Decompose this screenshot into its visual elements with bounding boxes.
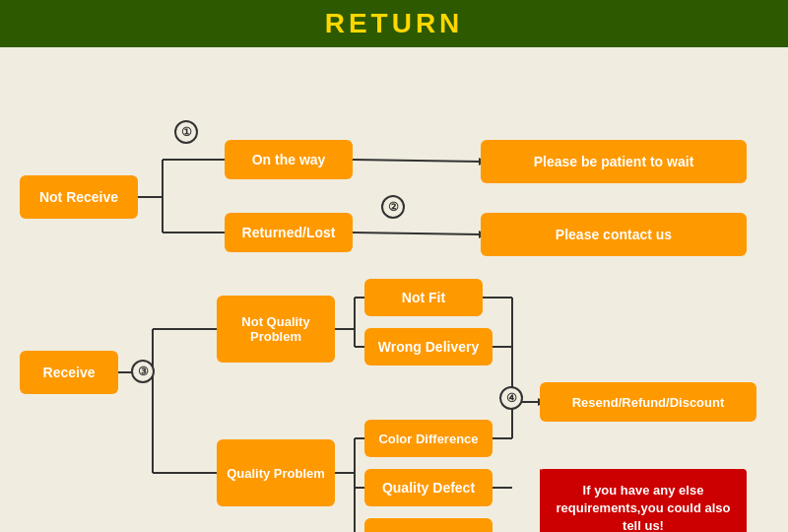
quality-box: Quality Problem bbox=[217, 439, 335, 506]
red-note-box: If you have any else requirements,you co… bbox=[540, 469, 747, 532]
color-diff-box: Color Difference bbox=[364, 420, 492, 457]
on-the-way-box: On the way bbox=[225, 140, 353, 179]
quality-defect-box: Quality Defect bbox=[364, 469, 492, 506]
svg-line-6 bbox=[353, 233, 481, 234]
circle-3: ③ bbox=[131, 360, 155, 383]
svg-line-3 bbox=[353, 160, 481, 162]
diagram-area: Not Receive On the way Returned/Lost Ple… bbox=[0, 47, 788, 532]
circle-4: ④ bbox=[499, 386, 523, 410]
contact-us-box: Please contact us bbox=[481, 213, 747, 256]
circle-2: ② bbox=[381, 195, 405, 219]
not-fit-box: Not Fit bbox=[364, 279, 483, 316]
wrong-delivery-box: Wrong Delivery bbox=[364, 328, 492, 366]
not-receive-box: Not Receive bbox=[20, 175, 138, 219]
resend-box: Resend/Refund/Discount bbox=[540, 382, 756, 422]
damage-box: Damage bbox=[364, 518, 492, 532]
not-quality-box: Not Quality Problem bbox=[217, 296, 335, 363]
patient-wait-box: Please be patient to wait bbox=[481, 140, 747, 183]
circle-1: ① bbox=[174, 120, 198, 144]
page-header: RETURN bbox=[0, 0, 788, 47]
page-title: RETURN bbox=[325, 8, 464, 39]
receive-box: Receive bbox=[20, 351, 118, 394]
returned-lost-box: Returned/Lost bbox=[225, 213, 353, 252]
